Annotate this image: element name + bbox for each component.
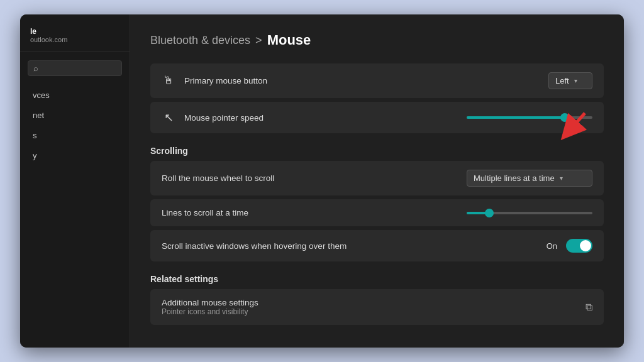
additional-mouse-settings-row[interactable]: Additional mouse settings Pointer icons …	[150, 289, 604, 325]
primary-mouse-button-value: Left	[555, 76, 569, 85]
sidebar-item-net[interactable]: net	[23, 106, 127, 125]
primary-mouse-button-control[interactable]: Left ▾	[548, 72, 592, 89]
slider-fill	[467, 116, 565, 119]
primary-mouse-button-dropdown[interactable]: Left ▾	[548, 72, 592, 89]
main-content: Bluetooth & devices > Mouse 🖱 Primary mo…	[130, 14, 624, 348]
sidebar-items: vces net s y	[20, 85, 130, 340]
dropdown-arrow-icon: ▾	[574, 77, 577, 84]
additional-mouse-settings-subtitle: Pointer icons and visibility	[162, 307, 580, 316]
lines-slider-track	[467, 212, 592, 214]
sidebar: le outlook.com ⌕ vces net s y	[20, 14, 130, 348]
scroll-inactive-toggle[interactable]	[566, 239, 592, 253]
mouse-pointer-speed-row: ↖ Mouse pointer speed	[150, 102, 604, 133]
scroll-inactive-row: Scroll inactive windows when hovering ov…	[150, 230, 604, 261]
search-icon: ⌕	[33, 63, 38, 73]
mouse-speed-slider[interactable]	[467, 116, 592, 119]
primary-mouse-button-label: Primary mouse button	[184, 76, 540, 85]
lines-slider-thumb[interactable]	[485, 209, 494, 217]
toggle-thumb	[580, 240, 591, 251]
mouse-pointer-speed-control[interactable]	[467, 116, 592, 119]
lines-to-scroll-control[interactable]	[467, 212, 592, 214]
roll-mouse-wheel-row: Roll the mouse wheel to scroll Multiple …	[150, 161, 604, 195]
lines-to-scroll-row: Lines to scroll at a time	[150, 199, 604, 226]
scroll-inactive-control[interactable]: On	[547, 239, 592, 253]
cursor-icon: ↖	[162, 111, 175, 124]
lines-to-scroll-label: Lines to scroll at a time	[162, 208, 458, 217]
sidebar-search-area[interactable]: ⌕	[20, 57, 130, 80]
roll-mouse-wheel-dropdown[interactable]: Multiple lines at a time ▾	[467, 170, 592, 187]
roll-mouse-wheel-control[interactable]: Multiple lines at a time ▾	[467, 170, 592, 187]
slider-track	[467, 116, 592, 119]
search-box[interactable]: ⌕	[28, 60, 122, 76]
additional-mouse-settings-text: Additional mouse settings Pointer icons …	[162, 298, 580, 316]
breadcrumb: Bluetooth & devices > Mouse	[150, 32, 604, 48]
scrolling-section-header: Scrolling	[150, 137, 604, 161]
slider-thumb[interactable]	[560, 113, 569, 122]
sidebar-item-y[interactable]: y	[23, 146, 127, 165]
breadcrumb-separator: >	[255, 34, 262, 47]
sidebar-profile: le outlook.com	[20, 22, 130, 52]
sidebar-item-s[interactable]: s	[23, 126, 127, 145]
mouse-icon: 🖱	[162, 74, 175, 87]
additional-mouse-settings-title: Additional mouse settings	[162, 298, 580, 307]
mouse-pointer-speed-label: Mouse pointer speed	[184, 113, 458, 123]
scroll-inactive-value: On	[547, 241, 557, 251]
breadcrumb-parent: Bluetooth & devices	[150, 34, 250, 47]
primary-mouse-button-row: 🖱 Primary mouse button Left ▾	[150, 63, 604, 98]
external-link-icon: ⧉	[586, 302, 592, 313]
scroll-inactive-label: Scroll inactive windows when hovering ov…	[162, 241, 538, 251]
mouse-pointer-speed-wrapper: ↖ Mouse pointer speed	[150, 102, 604, 133]
related-settings-header: Related settings	[150, 265, 604, 289]
profile-name: le	[30, 27, 119, 36]
roll-mouse-wheel-label: Roll the mouse wheel to scroll	[162, 173, 458, 183]
roll-mouse-wheel-value: Multiple lines at a time	[474, 173, 555, 183]
sidebar-item-vces[interactable]: vces	[23, 85, 127, 105]
lines-scroll-slider[interactable]	[467, 212, 592, 214]
settings-window: le outlook.com ⌕ vces net s y Bluetooth …	[20, 14, 624, 348]
dropdown-arrow2-icon: ▾	[560, 175, 563, 182]
breadcrumb-current: Mouse	[267, 32, 311, 48]
profile-email: outlook.com	[30, 36, 119, 43]
